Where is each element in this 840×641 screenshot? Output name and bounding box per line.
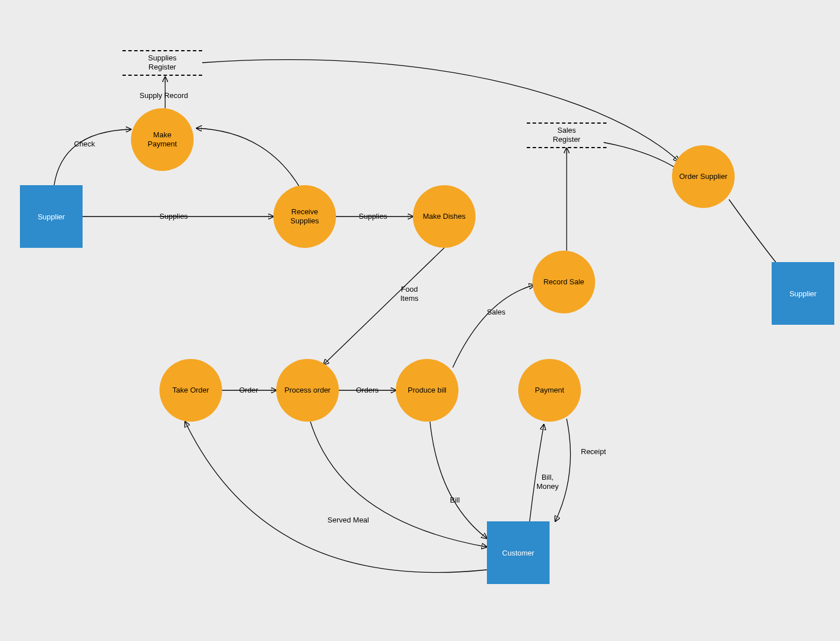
svg-line-3 — [323, 248, 444, 365]
edge-label-order: Order — [239, 386, 258, 395]
edge-label-food-items: FoodItems — [400, 285, 419, 304]
entity-label: Supplier — [789, 289, 817, 298]
process-label: Process order — [285, 386, 331, 395]
edge-label-supply-record: Supply Record — [140, 91, 188, 100]
process-take-order: Take Order — [159, 359, 222, 422]
process-label: Record Sale — [543, 277, 584, 287]
process-label: Take Order — [173, 386, 209, 395]
datastore-sales-register: SalesRegister — [527, 123, 607, 148]
process-make-dishes: Make Dishes — [413, 185, 476, 248]
edge-label-orders: Orders — [356, 386, 379, 395]
entity-supplier-left: Supplier — [20, 185, 83, 248]
diagram-canvas: SuppliesRegister SalesRegister Supplier … — [0, 0, 840, 641]
entity-customer: Customer — [487, 521, 550, 584]
edge-label-supplies-2: Supplies — [359, 212, 387, 221]
entity-label: Customer — [502, 549, 534, 557]
process-label: Order Supplier — [679, 172, 728, 181]
edges-layer — [0, 0, 840, 641]
process-order-supplier: Order Supplier — [672, 145, 735, 208]
edge-label-supplies-1: Supplies — [159, 212, 188, 221]
process-produce-bill: Produce bill — [396, 359, 458, 422]
process-record-sale: Record Sale — [532, 251, 595, 313]
edge-label-check: Check — [74, 140, 95, 149]
edge-label-bill-money: Bill,Money — [536, 473, 559, 492]
entity-label: Supplier — [38, 213, 65, 221]
edge-label-receipt: Receipt — [581, 447, 606, 456]
process-process-order: Process order — [276, 359, 339, 422]
process-label: ReceiveSupplies — [290, 207, 319, 226]
process-payment: Payment — [518, 359, 581, 422]
datastore-label: SalesRegister — [553, 126, 580, 144]
process-label: Make Dishes — [423, 212, 465, 221]
edge-label-sales: Sales — [487, 308, 506, 317]
process-make-payment: MakePayment — [131, 108, 194, 171]
process-label: Payment — [535, 386, 564, 395]
edge-label-served-meal: Served Meal — [327, 516, 369, 525]
process-label: MakePayment — [147, 130, 177, 149]
process-label: Produce bill — [408, 386, 446, 395]
datastore-label: SuppliesRegister — [148, 54, 177, 71]
datastore-supplies-register: SuppliesRegister — [122, 50, 202, 76]
edge-label-bill: Bill — [450, 496, 460, 505]
process-receive-supplies: ReceiveSupplies — [273, 185, 336, 248]
entity-supplier-right: Supplier — [772, 262, 834, 325]
